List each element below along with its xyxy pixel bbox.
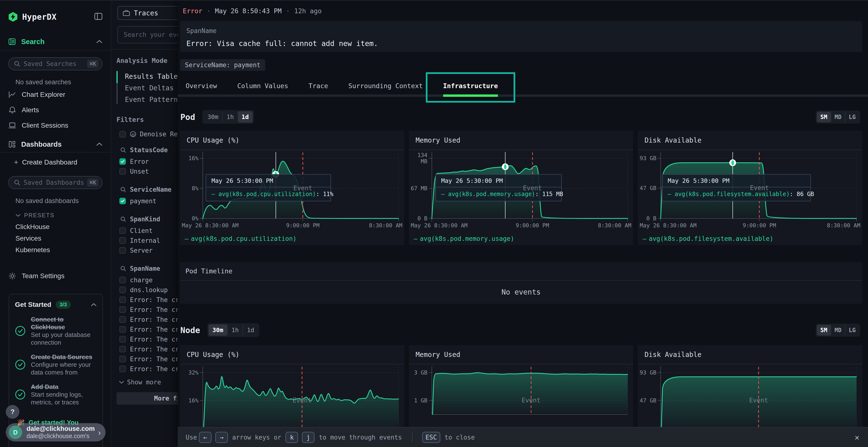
pod-size-toggle: SM MD LG: [816, 110, 860, 124]
saved-searches-input[interactable]: [24, 60, 85, 67]
preset-clickhouse[interactable]: ClickHouse: [0, 221, 111, 233]
checkbox[interactable]: [119, 286, 126, 293]
checkbox[interactable]: [119, 366, 126, 372]
k-key[interactable]: k: [285, 432, 298, 443]
pod-memory-chart[interactable]: 134 MB67 MB0 BMay 26 8:30:00 AM9:00:00 P…: [409, 150, 633, 245]
sidebar-item-dashboards[interactable]: Dashboards: [0, 132, 111, 152]
filter-option-label: charge: [130, 276, 153, 284]
service-name-tag[interactable]: ServiceName: payment: [180, 59, 265, 71]
chevron-right-icon: ›: [98, 428, 101, 437]
checkbox[interactable]: [119, 198, 126, 204]
range-30m-button[interactable]: 30m: [204, 111, 222, 123]
hint-text: Use: [186, 434, 197, 441]
arrow-right-key[interactable]: →: [215, 432, 228, 443]
checkbox[interactable]: [119, 247, 126, 253]
checkbox[interactable]: [119, 336, 126, 342]
size-sm-button[interactable]: SM: [817, 112, 831, 122]
range-1d-button[interactable]: 1d: [243, 324, 258, 336]
saved-dashboards-input[interactable]: [24, 179, 85, 186]
range-1h-button[interactable]: 1h: [227, 324, 243, 336]
span-name-value: Error: Visa cache full: cannot add new i…: [186, 39, 856, 48]
get-started-item-desc: Start sending logs, metrics, or traces: [31, 391, 97, 406]
checkbox[interactable]: [119, 306, 126, 313]
size-md-button[interactable]: MD: [831, 325, 845, 336]
checkbox[interactable]: [119, 168, 126, 175]
arrow-left-key[interactable]: ←: [199, 432, 212, 443]
pod-disk-chart[interactable]: 93 GB47 GB0 BMay 26 8:30:00 AM9:00:00 PM…: [638, 150, 862, 245]
checkbox[interactable]: [119, 346, 126, 352]
sidebar-item-label: Search: [21, 38, 44, 46]
size-lg-button[interactable]: LG: [845, 325, 859, 336]
tab-overview[interactable]: Overview: [186, 82, 217, 94]
size-sm-button[interactable]: SM: [817, 325, 831, 336]
tab-infrastructure[interactable]: Infrastructure: [443, 82, 498, 97]
search-icon: [120, 216, 126, 222]
tab-surrounding-context[interactable]: Surrounding Context: [348, 82, 423, 94]
denoise-icon: [130, 131, 136, 138]
chevron-down-icon: [119, 381, 124, 384]
checkbox[interactable]: [119, 356, 126, 362]
size-lg-button[interactable]: LG: [845, 112, 859, 122]
create-dashboard-button[interactable]: + Create Dashboard: [14, 158, 111, 166]
checkbox[interactable]: [119, 158, 126, 165]
chevron-up-icon[interactable]: [96, 40, 102, 43]
checkbox[interactable]: [119, 131, 126, 138]
checkbox[interactable]: [119, 297, 126, 303]
chart-title: Memory Used: [409, 345, 633, 365]
saved-dashboards-search[interactable]: ⌘K: [8, 176, 102, 189]
checkbox[interactable]: [119, 277, 126, 283]
checkbox[interactable]: [119, 326, 126, 333]
get-started-item[interactable]: Add DataStart sending logs, metrics, or …: [15, 383, 97, 406]
range-1h-button[interactable]: 1h: [222, 111, 238, 123]
range-1d-button[interactable]: 1d: [238, 111, 253, 123]
sidebar-item-search[interactable]: Search: [0, 27, 111, 50]
tab-trace[interactable]: Trace: [308, 82, 328, 94]
chevron-up-icon[interactable]: [96, 143, 102, 146]
y-axis-tick: 1 GB: [409, 398, 428, 404]
presets-toggle[interactable]: PRESETS: [16, 212, 111, 219]
tab-column-values[interactable]: Column Values: [237, 82, 288, 94]
help-button[interactable]: ?: [6, 405, 19, 419]
checkbox[interactable]: [119, 316, 126, 323]
check-circle-icon: [15, 359, 26, 370]
j-key[interactable]: j: [302, 432, 314, 443]
sidebar-item-team-settings[interactable]: Team Settings: [0, 269, 111, 283]
y-axis-tick: 47 GB: [638, 398, 656, 404]
pod-cpu-chart[interactable]: 16%8%0%May 26 8:30:00 AM9:00:00 PM8:30:0…: [180, 150, 404, 245]
user-profile-chip[interactable]: D dale@clickhouse.com dale@clickhouse.co…: [6, 423, 105, 442]
preset-services[interactable]: Services: [0, 233, 111, 244]
sidebar-item-alerts[interactable]: Alerts: [0, 103, 111, 117]
node-section-header: Node 30m 1h 1d SM MD LG: [178, 323, 868, 337]
sidebar-item-client-sessions[interactable]: Client Sessions: [0, 119, 111, 132]
range-30m-button[interactable]: 30m: [209, 324, 227, 336]
chart-title: Memory Used: [409, 131, 633, 150]
saved-searches-search[interactable]: ⌘K: [8, 57, 102, 70]
pod-memory-chart-card: Memory Used 134 MB67 MB0 BMay 26 8:30:00…: [409, 131, 633, 245]
span-name-label: SpanName: [186, 27, 856, 34]
source-select-value: Traces: [134, 9, 158, 17]
filter-group-name: ServiceName: [130, 186, 172, 193]
get-started-item[interactable]: Connect to ClickHouseSet up your databas…: [15, 315, 97, 346]
collapse-sidebar-icon[interactable]: [94, 13, 102, 21]
get-started-item[interactable]: Create Data SourcesConfigure where your …: [15, 353, 97, 376]
event-relative-time: 12h ago: [294, 7, 322, 15]
checkbox[interactable]: [119, 237, 126, 244]
x-axis-tick: May 26 8:30:00 AM: [182, 222, 239, 229]
checkbox[interactable]: [119, 227, 126, 234]
preset-kubernetes[interactable]: Kubernetes: [0, 244, 111, 256]
esc-key[interactable]: ESC: [422, 432, 440, 443]
plus-icon: +: [14, 158, 18, 166]
sidebar-item-chart-explorer[interactable]: Chart Explorer: [0, 88, 111, 101]
hyperdx-logo-icon: [8, 12, 18, 22]
size-md-button[interactable]: MD: [831, 112, 845, 122]
chart-title: Disk Available: [638, 131, 862, 150]
filter-option-label: Error: [130, 158, 149, 165]
keyboard-hints-bar: Use ← → arrow keys or k j to move throug…: [178, 427, 868, 447]
get-started-item-title: Connect to ClickHouse: [31, 315, 97, 331]
chevron-up-icon[interactable]: [91, 303, 97, 306]
chart-legend: —avg(k8s.pod.cpu.utilization): [185, 235, 297, 242]
node-section-title: Node: [180, 325, 200, 335]
close-icon[interactable]: ✕: [855, 433, 859, 442]
pod-range-toggle: 30m 1h 1d: [202, 110, 254, 124]
app-root: HyperDX Search ⌘K No saved searches Char…: [0, 0, 868, 447]
